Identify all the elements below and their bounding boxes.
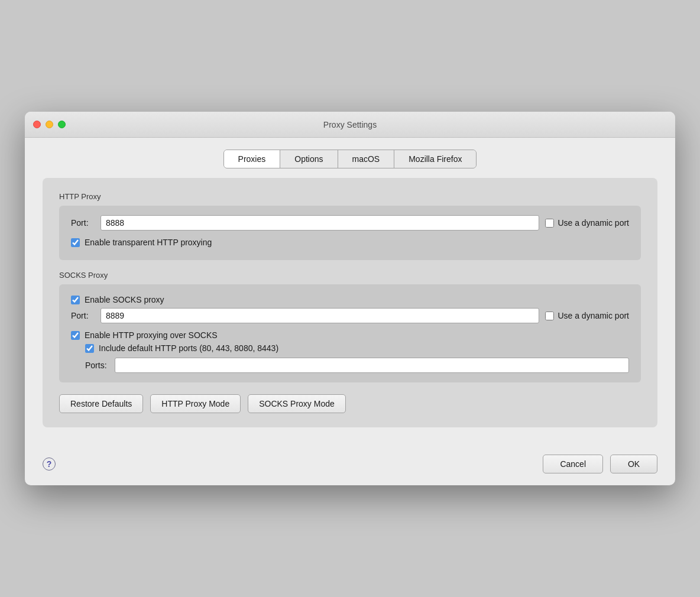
- http-proxy-box: Port: Use a dynamic port Enable transpar…: [59, 206, 641, 260]
- tab-macos[interactable]: macOS: [338, 150, 395, 168]
- window-content: Proxies Options macOS Mozilla Firefox HT…: [25, 138, 675, 445]
- socks-enable-row: Enable SOCKS proxy: [71, 295, 629, 304]
- action-buttons: Restore Defaults HTTP Proxy Mode SOCKS P…: [59, 394, 641, 413]
- http-over-socks-label: Enable HTTP proxying over SOCKS: [85, 330, 218, 340]
- socks-port-label: Port:: [71, 311, 95, 320]
- maximize-button[interactable]: [58, 121, 66, 128]
- proxy-settings-window: Proxy Settings Proxies Options macOS Moz…: [25, 112, 675, 485]
- http-dynamic-port-section: Use a dynamic port: [545, 218, 629, 228]
- http-transparent-checkbox[interactable]: [71, 238, 80, 247]
- http-transparent-label: Enable transparent HTTP proxying: [85, 238, 212, 247]
- footer: ? Cancel OK: [25, 445, 675, 485]
- tab-options[interactable]: Options: [280, 150, 338, 168]
- default-ports-label: Include default HTTP ports (80, 443, 808…: [99, 343, 278, 353]
- socks-ports-input[interactable]: [115, 358, 629, 373]
- window-title: Proxy Settings: [323, 120, 377, 129]
- socks-ports-label: Ports:: [85, 361, 109, 370]
- http-dynamic-port-label: Use a dynamic port: [558, 218, 629, 228]
- socks-dynamic-port-checkbox[interactable]: [545, 312, 554, 320]
- http-port-row: Port: Use a dynamic port: [71, 215, 629, 231]
- tabs: Proxies Options macOS Mozilla Firefox: [223, 150, 477, 168]
- tabs-container: Proxies Options macOS Mozilla Firefox: [43, 150, 657, 168]
- close-button[interactable]: [33, 121, 41, 128]
- socks-enable-checkbox[interactable]: [71, 296, 80, 304]
- socks-enable-label: Enable SOCKS proxy: [85, 295, 164, 304]
- default-ports-checkbox[interactable]: [85, 344, 94, 353]
- http-over-socks-checkbox[interactable]: [71, 331, 80, 340]
- socks-proxy-box: Enable SOCKS proxy Port: Use a dynamic p…: [59, 284, 641, 382]
- ok-button[interactable]: OK: [610, 455, 657, 473]
- help-icon: ?: [47, 459, 52, 469]
- http-proxy-section-label: HTTP Proxy: [59, 192, 641, 201]
- traffic-lights: [33, 121, 66, 128]
- socks-proxy-section-label: SOCKS Proxy: [59, 271, 641, 280]
- help-button[interactable]: ?: [43, 458, 56, 471]
- tab-mozilla-firefox[interactable]: Mozilla Firefox: [394, 150, 476, 168]
- restore-defaults-button[interactable]: Restore Defaults: [59, 394, 143, 413]
- tab-proxies[interactable]: Proxies: [224, 150, 281, 168]
- http-transparent-row: Enable transparent HTTP proxying: [71, 238, 629, 247]
- content-panel: HTTP Proxy Port: Use a dynamic port Enab…: [43, 178, 657, 427]
- socks-dynamic-port-label: Use a dynamic port: [558, 311, 629, 320]
- http-port-input[interactable]: [101, 215, 539, 231]
- default-ports-row: Include default HTTP ports (80, 443, 808…: [85, 343, 629, 353]
- cancel-button[interactable]: Cancel: [543, 455, 603, 473]
- http-port-label: Port:: [71, 218, 95, 228]
- socks-port-input[interactable]: [101, 308, 539, 323]
- http-over-socks-row: Enable HTTP proxying over SOCKS: [71, 330, 629, 340]
- title-bar: Proxy Settings: [25, 112, 675, 138]
- minimize-button[interactable]: [46, 121, 53, 128]
- socks-dynamic-port-section: Use a dynamic port: [545, 311, 629, 320]
- footer-buttons: Cancel OK: [543, 455, 657, 473]
- http-proxy-mode-button[interactable]: HTTP Proxy Mode: [150, 394, 241, 413]
- socks-ports-row: Ports:: [85, 358, 629, 373]
- socks-port-row: Port: Use a dynamic port: [71, 308, 629, 323]
- http-dynamic-port-checkbox[interactable]: [545, 219, 554, 228]
- socks-proxy-mode-button[interactable]: SOCKS Proxy Mode: [248, 394, 346, 413]
